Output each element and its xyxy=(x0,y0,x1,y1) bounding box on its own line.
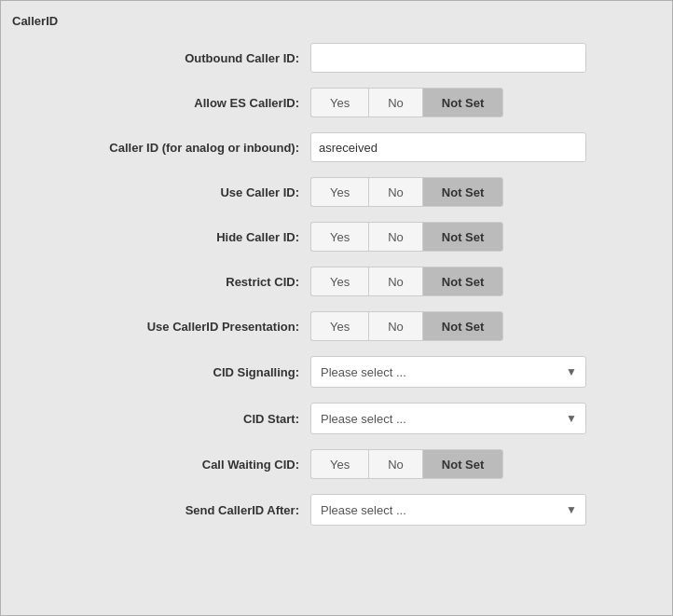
hide-caller-id-label: Hide Caller ID: xyxy=(12,230,310,244)
allow-es-callerid-yes[interactable]: Yes xyxy=(310,88,368,117)
cid-start-row: CID Start: Please select ... ▼ xyxy=(1,397,672,440)
caller-id-analog-input[interactable] xyxy=(310,132,586,162)
hide-caller-id-no[interactable]: No xyxy=(368,222,422,252)
hide-caller-id-yes[interactable]: Yes xyxy=(310,222,368,252)
outbound-caller-id-row: Outbound Caller ID: xyxy=(1,37,672,78)
allow-es-callerid-notset[interactable]: Not Set xyxy=(422,88,504,117)
use-callerid-presentation-btngroup: Yes No Not Set xyxy=(310,311,503,341)
hide-caller-id-notset[interactable]: Not Set xyxy=(422,222,504,252)
restrict-cid-btngroup: Yes No Not Set xyxy=(310,267,503,296)
cid-start-select[interactable]: Please select ... xyxy=(310,403,586,434)
caller-id-analog-row: Caller ID (for analog or inbound): xyxy=(1,127,672,168)
call-waiting-cid-label: Call Waiting CID: xyxy=(12,458,310,472)
restrict-cid-notset[interactable]: Not Set xyxy=(422,267,504,296)
restrict-cid-label: Restrict CID: xyxy=(12,275,310,289)
allow-es-callerid-no[interactable]: No xyxy=(368,88,422,117)
use-caller-id-btngroup: Yes No Not Set xyxy=(310,177,503,207)
use-caller-id-label: Use Caller ID: xyxy=(12,185,310,199)
use-callerid-presentation-notset[interactable]: Not Set xyxy=(422,311,504,341)
panel-title: CallerID xyxy=(1,10,672,37)
allow-es-callerid-btngroup: Yes No Not Set xyxy=(310,88,503,117)
call-waiting-cid-yes[interactable]: Yes xyxy=(310,449,368,479)
restrict-cid-no[interactable]: No xyxy=(368,267,422,296)
send-callerid-after-control: Please select ... ▼ xyxy=(310,494,661,526)
call-waiting-cid-no[interactable]: No xyxy=(368,449,422,479)
allow-es-callerid-row: Allow ES CallerID: Yes No Not Set xyxy=(1,82,672,123)
allow-es-callerid-label: Allow ES CallerID: xyxy=(12,96,310,110)
use-callerid-presentation-yes[interactable]: Yes xyxy=(310,311,368,341)
call-waiting-cid-notset[interactable]: Not Set xyxy=(422,449,504,479)
send-callerid-after-wrapper: Please select ... ▼ xyxy=(310,494,586,526)
use-caller-id-notset[interactable]: Not Set xyxy=(422,177,504,207)
use-caller-id-control: Yes No Not Set xyxy=(310,177,661,207)
call-waiting-cid-row: Call Waiting CID: Yes No Not Set xyxy=(1,444,672,485)
send-callerid-after-row: Send CallerID After: Please select ... ▼ xyxy=(1,488,672,531)
use-callerid-presentation-no[interactable]: No xyxy=(368,311,422,341)
outbound-caller-id-label: Outbound Caller ID: xyxy=(12,51,310,65)
caller-id-analog-control xyxy=(310,132,661,162)
hide-caller-id-btngroup: Yes No Not Set xyxy=(310,222,503,252)
use-callerid-presentation-control: Yes No Not Set xyxy=(310,311,661,341)
use-callerid-presentation-label: Use CallerID Presentation: xyxy=(12,320,310,334)
cid-signalling-row: CID Signalling: Please select ... ▼ xyxy=(1,350,672,393)
call-waiting-cid-control: Yes No Not Set xyxy=(310,449,661,479)
cid-signalling-control: Please select ... ▼ xyxy=(310,356,661,388)
use-caller-id-yes[interactable]: Yes xyxy=(310,177,368,207)
hide-caller-id-row: Hide Caller ID: Yes No Not Set xyxy=(1,216,672,257)
restrict-cid-control: Yes No Not Set xyxy=(310,267,661,296)
restrict-cid-row: Restrict CID: Yes No Not Set xyxy=(1,261,672,302)
cid-start-label: CID Start: xyxy=(12,412,310,426)
restrict-cid-yes[interactable]: Yes xyxy=(310,267,368,296)
outbound-caller-id-control xyxy=(310,43,661,73)
callerid-panel: CallerID Outbound Caller ID: Allow ES Ca… xyxy=(0,0,673,616)
cid-signalling-label: CID Signalling: xyxy=(12,365,310,379)
send-callerid-after-select[interactable]: Please select ... xyxy=(310,494,586,526)
hide-caller-id-control: Yes No Not Set xyxy=(310,222,661,252)
allow-es-callerid-control: Yes No Not Set xyxy=(310,88,661,117)
use-callerid-presentation-row: Use CallerID Presentation: Yes No Not Se… xyxy=(1,306,672,347)
send-callerid-after-label: Send CallerID After: xyxy=(12,503,310,517)
caller-id-analog-label: Caller ID (for analog or inbound): xyxy=(12,141,310,155)
use-caller-id-row: Use Caller ID: Yes No Not Set xyxy=(1,171,672,212)
outbound-caller-id-input[interactable] xyxy=(310,43,586,73)
use-caller-id-no[interactable]: No xyxy=(368,177,422,207)
cid-signalling-wrapper: Please select ... ▼ xyxy=(310,356,586,388)
cid-start-wrapper: Please select ... ▼ xyxy=(310,403,586,434)
call-waiting-cid-btngroup: Yes No Not Set xyxy=(310,449,503,479)
cid-signalling-select[interactable]: Please select ... xyxy=(310,356,586,388)
cid-start-control: Please select ... ▼ xyxy=(310,403,661,434)
